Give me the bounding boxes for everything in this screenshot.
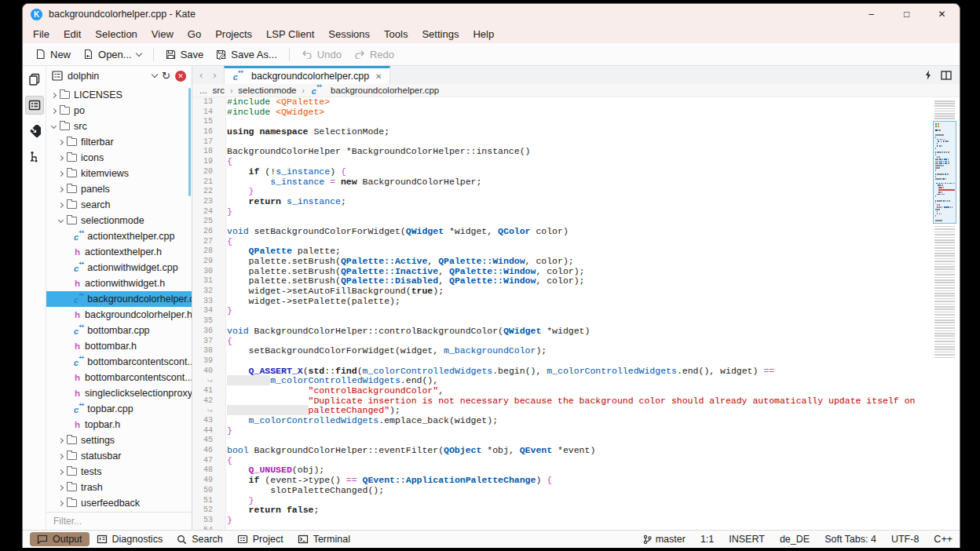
save-as-button[interactable]: Save As...: [210, 46, 283, 63]
projects-icon[interactable]: [25, 96, 44, 115]
tree-item-userfeedback[interactable]: userfeedback: [46, 495, 192, 511]
code-line[interactable]: 54: [192, 526, 931, 530]
refresh-icon[interactable]: ↻: [162, 70, 170, 82]
tree-item-topbar-h[interactable]: htopbar.h: [46, 417, 192, 432]
tree-item-topbar-cpp[interactable]: c++topbar.cpp: [46, 401, 192, 417]
quick-open-icon[interactable]: [925, 70, 931, 80]
tree-item-trash[interactable]: trash: [46, 480, 192, 495]
tree-item-bottombarcontentscont[interactable]: hbottombarcontentscont...: [46, 370, 192, 385]
filter-input[interactable]: [46, 513, 192, 530]
menu-go[interactable]: Go: [181, 26, 208, 42]
tree-item-actionwithwidget-h[interactable]: hactionwithwidget.h: [46, 276, 192, 291]
diagnostics-panel-button[interactable]: Diagnostics: [90, 532, 170, 546]
file-language[interactable]: C++: [934, 534, 953, 545]
cursor-position[interactable]: 1:1: [700, 534, 714, 545]
code-line[interactable]: 24}: [192, 207, 931, 217]
code-line[interactable]: 16using namespace SelectionMode;: [192, 127, 931, 137]
breadcrumb-selectionmode[interactable]: selectionmode: [238, 86, 296, 95]
expander-closed-icon[interactable]: [57, 156, 65, 160]
redo-button[interactable]: Redo: [348, 46, 400, 63]
minimap[interactable]: [931, 97, 960, 530]
tree-item-bottombar-cpp[interactable]: c++bottombar.cpp: [46, 323, 192, 338]
code-line[interactable]: 21 s_instance = new BackgroundColorHelpe…: [192, 177, 931, 188]
tree-item-src[interactable]: src: [46, 119, 192, 134]
breadcrumb-ellipsis[interactable]: ...: [199, 86, 207, 95]
search-panel-button[interactable]: Search: [170, 532, 230, 546]
code-line[interactable]: 38 setBackgroundColorForWidget(widget, m…: [192, 346, 931, 356]
code-line[interactable]: 53}: [192, 516, 931, 526]
tree-item-statusbar[interactable]: statusbar: [46, 448, 192, 464]
tree-item-po[interactable]: po: [46, 103, 192, 119]
expander-closed-icon[interactable]: [57, 470, 65, 474]
tree-item-licenses[interactable]: LICENSES: [46, 87, 192, 103]
menu-projects[interactable]: Projects: [208, 26, 259, 42]
expander-closed-icon[interactable]: [57, 172, 65, 176]
menu-settings[interactable]: Settings: [415, 26, 466, 42]
code-line[interactable]: 44}: [192, 426, 931, 436]
code-line[interactable]: 50 slotPaletteChanged();: [192, 486, 931, 496]
input-mode[interactable]: INSERT: [729, 534, 765, 545]
code-line[interactable]: 36void BackgroundColorHelper::controlBac…: [192, 327, 931, 337]
tree-item-search[interactable]: search: [46, 197, 192, 213]
output-panel-button[interactable]: Output: [30, 532, 90, 546]
split-view-icon[interactable]: [941, 71, 952, 80]
expander-closed-icon[interactable]: [57, 502, 65, 505]
menu-edit[interactable]: Edit: [57, 26, 88, 42]
minimize-button[interactable]: –: [854, 4, 889, 24]
documents-icon[interactable]: [25, 70, 44, 89]
expander-open-icon[interactable]: [49, 126, 58, 128]
expander-closed-icon[interactable]: [57, 439, 65, 443]
tree-item-filterbar[interactable]: filterbar: [46, 134, 192, 150]
code-line[interactable]: 34}: [192, 306, 931, 316]
menu-view[interactable]: View: [144, 26, 181, 42]
menu-file[interactable]: File: [26, 26, 57, 42]
new-button[interactable]: New: [29, 46, 77, 63]
save-button[interactable]: Save: [159, 46, 210, 63]
maximize-button[interactable]: □: [889, 4, 924, 24]
code-line[interactable]: 18BackgroundColorHelper *BackgroundColor…: [192, 147, 931, 157]
menu-lsp-client[interactable]: LSP Client: [259, 26, 321, 42]
tree-item-panels[interactable]: panels: [46, 181, 192, 197]
tree-scrollbar[interactable]: [188, 88, 191, 196]
dictionary[interactable]: de_DE: [780, 534, 810, 545]
git-branch-indicator[interactable]: master: [643, 534, 686, 545]
expander-closed-icon[interactable]: [57, 454, 65, 458]
project-panel-button[interactable]: Project: [230, 532, 291, 546]
open-dropdown-icon[interactable]: [135, 49, 141, 56]
tree-item-tests[interactable]: tests: [46, 464, 192, 480]
code-line[interactable]: 46bool BackgroundColorHelper::eventFilte…: [192, 446, 931, 456]
terminal-panel-button[interactable]: Terminal: [291, 532, 357, 546]
expander-open-icon[interactable]: [57, 220, 65, 222]
tree-item-bottombarcontentscont[interactable]: c++bottombarcontentscont...: [46, 354, 192, 370]
breadcrumb-src[interactable]: src: [213, 86, 225, 95]
open-button[interactable]: Open...: [77, 46, 148, 63]
menu-sessions[interactable]: Sessions: [321, 26, 377, 42]
tree-item-selectionmode[interactable]: selectionmode: [46, 213, 192, 228]
undo-button[interactable]: Undo: [295, 46, 348, 63]
tree-item-actiontexthelper-h[interactable]: hactiontexthelper.h: [46, 244, 192, 260]
symbols-outline-icon[interactable]: [25, 148, 44, 166]
expander-closed-icon[interactable]: [57, 486, 65, 490]
tree-item-settings[interactable]: settings: [46, 432, 192, 448]
menu-selection[interactable]: Selection: [88, 26, 144, 42]
code-line[interactable]: 23 return s_instance;: [192, 197, 931, 207]
expander-closed-icon[interactable]: [57, 203, 65, 207]
code-editor[interactable]: 13#include <QPalette>14#include <QWidget…: [192, 97, 931, 530]
code-line[interactable]: 43 m_colorControlledWidgets.emplace_back…: [192, 416, 931, 426]
breadcrumb-file[interactable]: backgroundcolorhelper.cpp: [331, 86, 439, 95]
tree-item-backgroundcolorhelper-c[interactable]: c++backgroundcolorhelper.c...: [46, 291, 192, 307]
git-icon[interactable]: [25, 122, 44, 140]
menu-tools[interactable]: Tools: [377, 26, 415, 42]
tree-item-icons[interactable]: icons: [46, 150, 192, 166]
tree-item-actiontexthelper-cpp[interactable]: c++actiontexthelper.cpp: [46, 228, 192, 244]
project-dropdown-icon[interactable]: [152, 71, 158, 78]
tree-item-actionwithwidget-cpp[interactable]: c++actionwithwidget.cpp: [46, 260, 192, 276]
minimap-viewport[interactable]: [933, 121, 956, 224]
expander-closed-icon[interactable]: [49, 93, 58, 97]
code-line[interactable]: 26void setBackgroundColorForWidget(QWidg…: [192, 227, 931, 237]
close-button[interactable]: ✕: [924, 4, 960, 24]
close-project-icon[interactable]: ✕: [175, 71, 186, 82]
tree-item-backgroundcolorhelper-h[interactable]: hbackgroundcolorhelper.h: [46, 307, 192, 323]
code-line[interactable]: 52 return false;: [192, 505, 931, 516]
tree-item-kitemviews[interactable]: kitemviews: [46, 166, 192, 181]
